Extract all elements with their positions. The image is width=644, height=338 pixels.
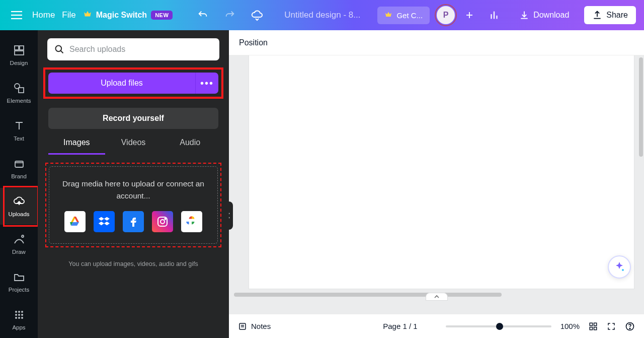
canvas-vertical-scrollbar[interactable] — [639, 57, 643, 305]
download-button[interactable]: Download — [511, 6, 577, 24]
rail-apps[interactable]: Apps — [0, 301, 38, 338]
collapse-panel-handle[interactable] — [229, 201, 233, 230]
search-icon — [54, 44, 64, 54]
rail-label: Brand — [11, 173, 27, 179]
canvas-footer: Notes Page 1 / 1 100% — [229, 314, 644, 338]
svg-rect-35 — [590, 323, 592, 325]
design-canvas[interactable] — [249, 55, 634, 289]
rail-draw[interactable]: Draw — [0, 226, 38, 262]
svg-point-21 — [18, 314, 20, 316]
rail-design[interactable]: Design — [0, 36, 38, 73]
svg-rect-10 — [15, 51, 24, 55]
svg-point-24 — [18, 317, 20, 319]
rail-label: Projects — [9, 287, 30, 293]
dropzone-text: Drag media here to upload or connect an … — [59, 178, 207, 202]
svg-point-16 — [22, 235, 24, 237]
google-drive-button[interactable] — [64, 211, 86, 232]
svg-point-22 — [21, 314, 23, 316]
fullscreen-button[interactable] — [607, 322, 616, 331]
upload-files-button[interactable]: Upload files — [48, 73, 195, 94]
svg-point-30 — [165, 218, 166, 219]
instagram-button[interactable] — [152, 211, 173, 232]
rail-text[interactable]: Text — [0, 112, 38, 149]
tab-videos[interactable]: Videos — [105, 138, 162, 155]
rail-projects[interactable]: Projects — [0, 263, 38, 300]
canvas-horizontal-scrollbar[interactable] — [234, 293, 569, 298]
design-icon — [13, 44, 26, 57]
canvas-area: Position Notes Page 1 / 1 — [229, 30, 644, 338]
tab-images[interactable]: Images — [48, 138, 105, 155]
assistant-fab[interactable] — [608, 255, 631, 279]
svg-point-25 — [21, 317, 23, 319]
record-yourself-button[interactable]: Record yourself — [48, 108, 218, 129]
upload-hint-text: You can upload images, videos, audio and… — [42, 260, 224, 267]
connect-account-grid — [59, 211, 207, 232]
svg-point-26 — [56, 46, 62, 52]
zoom-value[interactable]: 100% — [560, 322, 580, 330]
svg-point-19 — [21, 311, 23, 313]
elements-icon — [13, 82, 26, 95]
rail-label: Draw — [12, 249, 26, 255]
projects-icon — [13, 271, 26, 284]
cloud-sync-icon[interactable] — [247, 5, 267, 25]
text-icon — [13, 119, 26, 132]
design-title-input[interactable]: Untitled design - 8... — [274, 10, 370, 20]
position-toolbar: Position — [229, 30, 644, 55]
svg-point-29 — [160, 220, 165, 224]
undo-button[interactable] — [193, 5, 213, 25]
upload-more-button[interactable]: ••• — [195, 73, 218, 94]
search-input[interactable] — [69, 45, 212, 54]
svg-point-17 — [15, 311, 17, 313]
share-button[interactable]: Share — [584, 6, 636, 24]
redo-button[interactable] — [220, 5, 240, 25]
rail-label: Design — [10, 60, 28, 66]
rail-label: Text — [14, 136, 24, 142]
upload-dropzone[interactable]: Drag media here to upload or connect an … — [49, 166, 218, 244]
download-label: Download — [533, 11, 569, 20]
dropbox-button[interactable] — [94, 211, 115, 232]
dropzone-highlight: Drag media here to upload or connect an … — [45, 163, 221, 247]
avatar-ring — [435, 4, 457, 26]
menu-button[interactable] — [8, 7, 25, 24]
magic-switch-button[interactable]: Magic Switch NEW — [83, 10, 173, 21]
zoom-slider[interactable] — [446, 325, 551, 327]
rail-brand[interactable]: Brand — [0, 150, 38, 186]
rail-label: Elements — [7, 98, 31, 104]
svg-point-40 — [629, 328, 630, 329]
tab-audio[interactable]: Audio — [162, 138, 218, 155]
position-button[interactable]: Position — [239, 38, 268, 47]
google-photos-button[interactable] — [181, 211, 202, 232]
share-label: Share — [606, 11, 628, 20]
stage-wrap — [229, 55, 644, 314]
uploads-icon — [13, 195, 26, 208]
add-member-button[interactable] — [462, 8, 477, 23]
analytics-button[interactable] — [484, 5, 504, 25]
magic-switch-label: Magic Switch — [96, 11, 147, 20]
facebook-button[interactable] — [123, 211, 144, 232]
search-uploads[interactable] — [47, 38, 219, 60]
top-bar: Home File Magic Switch NEW Untitled desi… — [0, 0, 644, 30]
svg-rect-8 — [15, 46, 19, 50]
grid-view-button[interactable] — [589, 322, 598, 331]
crown-icon — [83, 10, 92, 21]
uploads-tabs: Images Videos Audio — [48, 138, 218, 155]
page-expand-handle[interactable] — [426, 293, 448, 301]
draw-icon — [13, 233, 26, 246]
zoom-slider-thumb[interactable] — [496, 323, 503, 330]
help-button[interactable] — [625, 321, 635, 331]
user-avatar[interactable]: P — [437, 6, 455, 24]
get-canva-label: Get C... — [396, 11, 423, 20]
get-canva-pro-button[interactable]: Get C... — [377, 7, 430, 24]
file-menu[interactable]: File — [62, 10, 75, 20]
svg-rect-9 — [20, 46, 24, 50]
svg-rect-37 — [590, 327, 592, 329]
uploads-panel: Upload files ••• Record yourself Images … — [38, 30, 229, 338]
rail-elements[interactable]: Elements — [0, 74, 38, 111]
svg-rect-12 — [19, 88, 24, 93]
home-link[interactable]: Home — [32, 10, 55, 20]
rail-uploads[interactable]: Uploads — [0, 188, 38, 225]
svg-point-31 — [622, 269, 624, 271]
notes-button[interactable]: Notes — [238, 322, 271, 331]
crown-icon — [384, 11, 392, 20]
page-indicator[interactable]: Page 1 / 1 — [383, 322, 417, 330]
